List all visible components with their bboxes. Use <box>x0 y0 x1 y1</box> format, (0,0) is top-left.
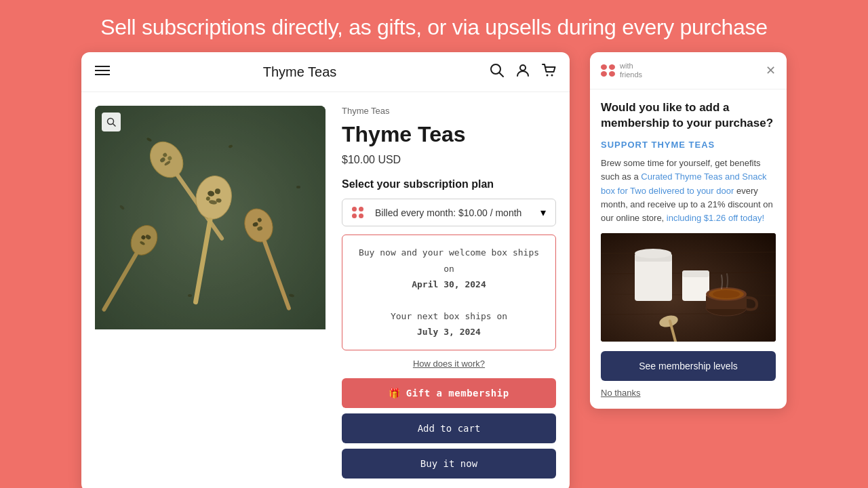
product-image <box>95 106 326 329</box>
store-body: Thyme Teas Thyme Teas $10.00 USD Select … <box>81 92 570 488</box>
popup-panel: with friends ✕ Would you like to add a m… <box>590 52 787 409</box>
svg-line-9 <box>113 124 116 127</box>
hamburger-icon[interactable] <box>95 65 110 79</box>
shipping-text: Buy now and your welcome box ships on Ap… <box>352 245 546 340</box>
banner: Sell subscriptions directly, as gifts, o… <box>0 0 868 52</box>
subscription-dropdown[interactable]: Billed every month: $10.00 / month ▾ <box>342 199 556 226</box>
breadcrumb: Thyme Teas <box>342 106 556 116</box>
popup-logo-text: with friends <box>620 62 642 79</box>
gift-membership-button[interactable]: 🎁 Gift a membership <box>342 378 556 408</box>
search-icon[interactable] <box>490 63 505 81</box>
withfriends-logo-icon <box>601 64 616 77</box>
store-panel: Thyme Teas <box>81 52 570 488</box>
membership-levels-button[interactable]: See membership levels <box>601 351 776 381</box>
svg-point-7 <box>551 75 553 77</box>
store-header: Thyme Teas <box>81 52 570 92</box>
add-to-cart-button[interactable]: Add to cart <box>342 413 556 443</box>
close-popup-button[interactable]: ✕ <box>766 64 776 77</box>
account-icon[interactable] <box>515 63 530 81</box>
gift-icon: 🎁 <box>389 388 401 399</box>
popup-header: with friends ✕ <box>590 52 787 89</box>
svg-rect-52 <box>682 270 709 277</box>
popup-tea-svg <box>601 233 776 342</box>
how-it-works-link[interactable]: How does it work? <box>342 359 556 369</box>
discount-link[interactable]: including $1.26 off today! <box>667 213 764 223</box>
popup-support-label: SUPPORT THYME TEAS <box>601 140 776 150</box>
svg-point-50 <box>635 249 671 258</box>
banner-title: Sell subscriptions directly, as gifts, o… <box>27 15 841 40</box>
product-info: Thyme Teas Thyme Teas $10.00 USD Select … <box>342 106 556 479</box>
cart-icon[interactable] <box>541 63 556 81</box>
popup-body: Would you like to add a membership to yo… <box>590 89 787 409</box>
product-price: $10.00 USD <box>342 154 556 166</box>
dropdown-label: Billed every month: $10.00 / month <box>375 207 521 218</box>
svg-point-38 <box>296 186 300 188</box>
no-thanks-link[interactable]: No thanks <box>601 388 776 398</box>
chevron-down-icon: ▾ <box>540 206 546 219</box>
subscription-label: Select your subscription plan <box>342 178 556 190</box>
popup-description: Brew some time for yourself, get benefit… <box>601 157 776 225</box>
popup-logo: with friends <box>601 62 642 79</box>
svg-point-57 <box>713 290 740 298</box>
panels-container: Thyme Teas <box>0 52 868 488</box>
svg-point-41 <box>188 294 192 297</box>
zoom-icon[interactable] <box>102 113 121 131</box>
popup-question: Would you like to add a membership to yo… <box>601 100 776 131</box>
popup-product-image <box>601 233 776 342</box>
svg-point-6 <box>546 75 548 77</box>
shipping-info-box: Buy now and your welcome box ships on Ap… <box>342 235 556 350</box>
product-image-container <box>95 106 326 479</box>
svg-point-5 <box>520 65 526 70</box>
product-title: Thyme Teas <box>342 121 556 147</box>
store-title: Thyme Teas <box>263 64 337 80</box>
svg-line-4 <box>499 73 503 77</box>
header-icons <box>490 63 556 81</box>
subscription-icon <box>352 207 368 219</box>
buy-now-button[interactable]: Buy it now <box>342 449 556 479</box>
